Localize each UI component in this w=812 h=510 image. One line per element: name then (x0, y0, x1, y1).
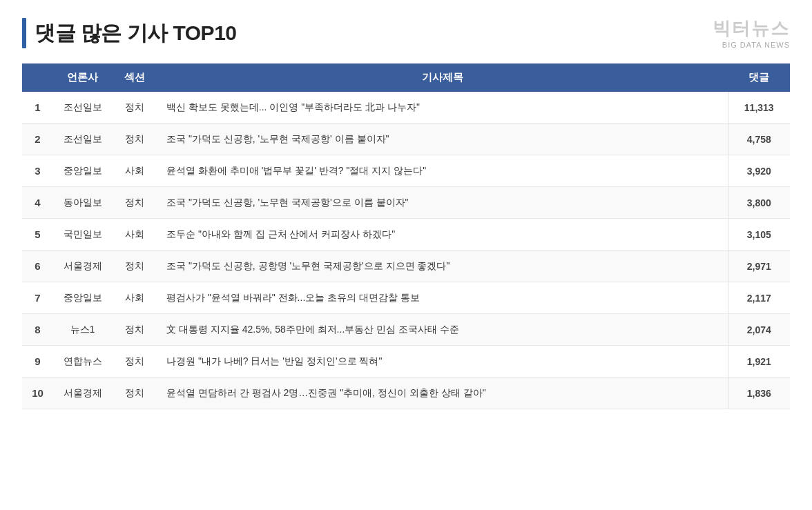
cell-section: 사회 (112, 155, 157, 187)
cell-article-title: 윤석열 면담하러 간 평검사 2명…진중권 "추미애, 정신이 외출한 상태 같… (157, 377, 728, 409)
cell-comments: 11,313 (728, 92, 790, 124)
cell-section: 정치 (112, 314, 157, 346)
page-header: 댓글 많은 기사 TOP10 빅터뉴스 BIG DATA NEWS (22, 17, 790, 50)
cell-article-title: 조국 "가덕도 신공항, '노무현 국제공항'으로 이름 붙이자" (157, 187, 728, 219)
cell-comments: 2,074 (728, 314, 790, 346)
table-row: 7중앙일보사회평검사가 "윤석열 바꿔라" 전화...오늘 초유의 대면감찰 통… (22, 282, 790, 314)
col-header-title: 기사제목 (157, 63, 728, 92)
col-header-section: 섹션 (112, 63, 157, 92)
cell-section: 정치 (112, 92, 157, 124)
cell-rank: 2 (22, 124, 53, 155)
cell-article-title: 조국 "가덕도 신공항, 공항명 '노무현 국제공항'으로 지으면 좋겠다" (157, 251, 728, 282)
cell-rank: 6 (22, 251, 53, 282)
cell-comments: 4,758 (728, 124, 790, 155)
cell-publisher: 서울경제 (53, 251, 112, 282)
cell-section: 정치 (112, 251, 157, 282)
cell-rank: 7 (22, 282, 53, 314)
table-row: 5국민일보사회조두순 "아내와 함께 집 근처 산에서 커피장사 하겠다"3,1… (22, 219, 790, 251)
cell-publisher: 중앙일보 (53, 155, 112, 187)
page-title: 댓글 많은 기사 TOP10 (35, 19, 237, 48)
table-row: 2조선일보정치조국 "가덕도 신공항, '노무현 국제공항' 이름 붙이자"4,… (22, 124, 790, 155)
cell-publisher: 연합뉴스 (53, 346, 112, 377)
cell-publisher: 조선일보 (53, 124, 112, 155)
title-wrapper: 댓글 많은 기사 TOP10 (22, 18, 237, 48)
cell-publisher: 뉴스1 (53, 314, 112, 346)
cell-publisher: 서울경제 (53, 377, 112, 409)
cell-section: 사회 (112, 219, 157, 251)
cell-section: 사회 (112, 282, 157, 314)
header-row: 언론사 섹션 기사제목 댓글 (22, 63, 790, 92)
cell-article-title: 조국 "가덕도 신공항, '노무현 국제공항' 이름 붙이자" (157, 124, 728, 155)
cell-comments: 1,921 (728, 346, 790, 377)
cell-article-title: 평검사가 "윤석열 바꿔라" 전화...오늘 초유의 대면감찰 통보 (157, 282, 728, 314)
cell-rank: 4 (22, 187, 53, 219)
cell-publisher: 동아일보 (53, 187, 112, 219)
table-header: 언론사 섹션 기사제목 댓글 (22, 63, 790, 92)
title-accent-bar (22, 18, 26, 48)
cell-comments: 3,920 (728, 155, 790, 187)
brand-name: 빅터뉴스 (713, 17, 790, 41)
cell-rank: 1 (22, 92, 53, 124)
table-row: 8뉴스1정치文 대통령 지지율 42.5%, 58주만에 최저...부동산 민심… (22, 314, 790, 346)
cell-article-title: 백신 확보도 못했는데... 이인영 "부족하더라도 北과 나누자" (157, 92, 728, 124)
table-row: 4동아일보정치조국 "가덕도 신공항, '노무현 국제공항'으로 이름 붙이자"… (22, 187, 790, 219)
cell-comments: 2,971 (728, 251, 790, 282)
cell-rank: 9 (22, 346, 53, 377)
table-row: 10서울경제정치윤석열 면담하러 간 평검사 2명…진중권 "추미애, 정신이 … (22, 377, 790, 409)
table-row: 6서울경제정치조국 "가덕도 신공항, 공항명 '노무현 국제공항'으로 지으면… (22, 251, 790, 282)
brand-logo: 빅터뉴스 BIG DATA NEWS (713, 17, 790, 50)
cell-comments: 1,836 (728, 377, 790, 409)
table-body: 1조선일보정치백신 확보도 못했는데... 이인영 "부족하더라도 北과 나누자… (22, 92, 790, 409)
cell-section: 정치 (112, 346, 157, 377)
cell-comments: 3,105 (728, 219, 790, 251)
brand-tagline: BIG DATA NEWS (722, 41, 790, 50)
cell-section: 정치 (112, 377, 157, 409)
table-row: 3중앙일보사회윤석열 화환에 추미애 '법무부 꽃길' 반격? "절대 지지 않… (22, 155, 790, 187)
cell-section: 정치 (112, 187, 157, 219)
cell-rank: 10 (22, 377, 53, 409)
col-header-comments: 댓글 (728, 63, 790, 92)
col-header-rank (22, 63, 53, 92)
cell-rank: 3 (22, 155, 53, 187)
cell-rank: 8 (22, 314, 53, 346)
cell-rank: 5 (22, 219, 53, 251)
cell-section: 정치 (112, 124, 157, 155)
cell-comments: 2,117 (728, 282, 790, 314)
table-row: 9연합뉴스정치나경원 "내가 나베? 日서는 '반일 정치인'으로 찍혀"1,9… (22, 346, 790, 377)
top10-table: 언론사 섹션 기사제목 댓글 1조선일보정치백신 확보도 못했는데... 이인영… (22, 63, 790, 409)
cell-comments: 3,800 (728, 187, 790, 219)
cell-article-title: 조두순 "아내와 함께 집 근처 산에서 커피장사 하겠다" (157, 219, 728, 251)
col-header-publisher: 언론사 (53, 63, 112, 92)
cell-article-title: 윤석열 화환에 추미애 '법무부 꽃길' 반격? "절대 지지 않는다" (157, 155, 728, 187)
cell-publisher: 조선일보 (53, 92, 112, 124)
cell-article-title: 文 대통령 지지율 42.5%, 58주만에 최저...부동산 민심 조국사태 … (157, 314, 728, 346)
cell-publisher: 중앙일보 (53, 282, 112, 314)
cell-publisher: 국민일보 (53, 219, 112, 251)
cell-article-title: 나경원 "내가 나베? 日서는 '반일 정치인'으로 찍혀" (157, 346, 728, 377)
table-row: 1조선일보정치백신 확보도 못했는데... 이인영 "부족하더라도 北과 나누자… (22, 92, 790, 124)
